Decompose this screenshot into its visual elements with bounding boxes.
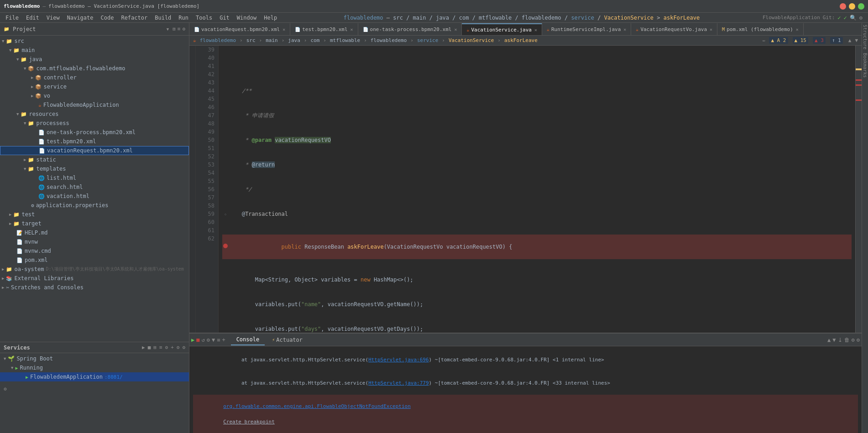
tree-item-controller[interactable]: ▶ 📦 controller bbox=[0, 73, 189, 82]
tab-close2-icon[interactable]: ✕ bbox=[350, 27, 353, 32]
right-panel-bookmarks[interactable]: Bookmarks bbox=[863, 53, 868, 78]
console-restart-icon[interactable]: ↺ bbox=[201, 337, 204, 343]
tree-item-external-libs[interactable]: ▶ 📚 External Libraries bbox=[0, 274, 189, 283]
services-stop-icon[interactable]: ■ bbox=[148, 344, 151, 350]
tree-item-vacation-bpmn[interactable]: 📄 vacationRequest.bpmn20.xml bbox=[0, 146, 189, 155]
services-spring-boot[interactable]: ▼ 🌱 Spring Boot bbox=[0, 354, 189, 363]
console-tab-actuator[interactable]: ⚡ Actuator bbox=[267, 334, 308, 345]
collapse-all-icon[interactable]: ≡ bbox=[178, 26, 181, 32]
tree-item-mvnw-cmd[interactable]: 📄 mvnw.cmd bbox=[0, 246, 189, 256]
breadcrumb-java[interactable]: java bbox=[288, 37, 300, 43]
tab-vacation-bpmn[interactable]: 📄 vacationRequest.bpmn20.xml ✕ bbox=[189, 23, 290, 35]
tree-item-service[interactable]: ▶ 📦 service bbox=[0, 82, 189, 91]
services-expand-icon[interactable]: ⊞ bbox=[153, 344, 157, 350]
tab-vacation-service[interactable]: ☕ VacationService.java ✕ bbox=[462, 23, 542, 35]
tree-item-package[interactable]: ▼ 📦 com.mtflowable.flowabledemo bbox=[0, 64, 189, 73]
menu-refactor[interactable]: Refactor bbox=[117, 14, 151, 22]
tree-item-help-md[interactable]: 📝 HELP.md bbox=[0, 228, 189, 237]
breadcrumb-com[interactable]: com bbox=[310, 37, 319, 43]
menu-edit[interactable]: Edit bbox=[22, 14, 43, 22]
maximize-button[interactable] bbox=[858, 3, 864, 10]
tab-runtime-service[interactable]: ☕ RuntimeServiceImpl.java ✕ bbox=[542, 23, 631, 35]
expand-all-icon[interactable]: ⊞ bbox=[173, 26, 176, 32]
breadcrumb-main[interactable]: main bbox=[266, 37, 278, 43]
link-httpservlet-779[interactable]: HttpServlet.java:779 bbox=[368, 380, 429, 386]
tab-close5-icon[interactable]: ✕ bbox=[623, 27, 626, 32]
console-tab-console[interactable]: Console bbox=[231, 334, 265, 345]
tab-pom[interactable]: M pom.xml (flowabledemo) ✕ bbox=[717, 23, 804, 35]
tab-close7-icon[interactable]: ✕ bbox=[796, 27, 799, 32]
console-add-icon[interactable]: + bbox=[222, 337, 225, 343]
menu-code[interactable]: Code bbox=[97, 14, 118, 22]
menu-run[interactable]: Run bbox=[175, 14, 192, 22]
menu-navigate[interactable]: Navigate bbox=[63, 14, 97, 22]
services-add-icon[interactable]: + bbox=[171, 344, 174, 350]
console-scroll-end[interactable]: ⤓ bbox=[838, 337, 842, 343]
breadcrumb-ask-for-leave[interactable]: askForLeave bbox=[504, 37, 538, 43]
tab-close-icon[interactable]: ✕ bbox=[282, 27, 285, 32]
menu-view[interactable]: View bbox=[43, 14, 63, 22]
console-filter-icon[interactable]: ▼ bbox=[212, 337, 215, 343]
breadcrumb-flowabledemo[interactable]: flowabledemo bbox=[200, 37, 236, 43]
link-httpservlet-696[interactable]: HttpServlet.java:696 bbox=[368, 357, 429, 363]
tree-item-oa-system[interactable]: ▶ 📁 oa-system D:\项目管理\亭太科技项目\亭太OA系统和人才雇佣… bbox=[0, 265, 189, 274]
nav-down-icon[interactable]: ▼ bbox=[855, 37, 858, 43]
console-settings2-icon[interactable]: ⚙ bbox=[852, 337, 855, 343]
tree-item-main[interactable]: ▼ 📁 main bbox=[0, 46, 189, 55]
services-bottom-settings[interactable]: ⚙ bbox=[4, 386, 7, 392]
services-running[interactable]: ▼ ▶ Running bbox=[0, 363, 189, 372]
console-scroll-down[interactable]: ▼ bbox=[832, 337, 836, 343]
services-run-icon[interactable]: ▶ bbox=[142, 344, 145, 350]
services-collapse-icon[interactable]: ≡ bbox=[159, 344, 162, 350]
create-breakpoint[interactable]: Create breakpoint bbox=[223, 419, 275, 425]
tree-item-search-html[interactable]: 🌐 search.html bbox=[0, 183, 189, 192]
console-scroll-up[interactable]: ▲ bbox=[827, 337, 831, 343]
nav-up-icon[interactable]: ▲ bbox=[848, 37, 852, 43]
minimize-button[interactable] bbox=[849, 3, 855, 10]
close-button[interactable] bbox=[840, 3, 846, 10]
code-content[interactable]: /** * 申请请假 * @param vacationRequestVO * … bbox=[219, 46, 855, 333]
tree-item-java[interactable]: ▼ 📁 java bbox=[0, 55, 189, 64]
tree-item-test[interactable]: ▶ 📁 test bbox=[0, 210, 189, 219]
breadcrumb-service[interactable]: service bbox=[417, 37, 438, 43]
console-clear-icon[interactable]: 🗑 bbox=[844, 337, 850, 343]
services-settings-icon[interactable]: ⚙ bbox=[177, 344, 180, 350]
tree-item-static[interactable]: ▶ 📁 static bbox=[0, 155, 189, 164]
console-settings-icon[interactable]: ⚙ bbox=[207, 337, 210, 343]
tab-close4-icon[interactable]: ✕ bbox=[534, 27, 537, 32]
tree-item-vacation-html[interactable]: 🌐 vacation.html bbox=[0, 192, 189, 201]
tree-item-application-prop[interactable]: ⚙ application.properties bbox=[0, 201, 189, 210]
tab-close3-icon[interactable]: ✕ bbox=[454, 27, 457, 32]
tree-item-test-bpmn[interactable]: 📄 test.bpmn20.xml bbox=[0, 137, 189, 146]
console-collapse-icon[interactable]: ≡ bbox=[217, 337, 220, 343]
services-flowable-app[interactable]: ▶ FlowabledemApplication :8081/ bbox=[0, 372, 189, 381]
tree-item-templates[interactable]: ▼ 📁 templates bbox=[0, 164, 189, 173]
menu-window[interactable]: Window bbox=[233, 14, 260, 22]
tree-item-pom-xml[interactable]: 📄 pom.xml bbox=[0, 256, 189, 265]
settings-icon[interactable]: ⚙ bbox=[859, 15, 863, 21]
tree-item-flowable-app[interactable]: ☕ FlowabledemoApplication bbox=[0, 100, 189, 110]
tab-vacation-vo[interactable]: ☕ VacationRequestVo.java ✕ bbox=[631, 23, 717, 35]
console-gear-icon[interactable]: ⚙ bbox=[857, 337, 860, 343]
tab-close6-icon[interactable]: ✕ bbox=[710, 27, 712, 32]
link-flowable-exception[interactable]: org.flowable.common.engine.api.FlowableO… bbox=[223, 403, 411, 409]
tree-item-processess[interactable]: ▼ 📁 processess bbox=[0, 119, 189, 128]
project-dropdown[interactable]: ▼ bbox=[167, 27, 169, 31]
menu-build[interactable]: Build bbox=[151, 14, 175, 22]
search-icon[interactable]: 🔍 bbox=[850, 15, 857, 21]
tab-one-task[interactable]: 📄 one-task-process.bpmn20.xml ✕ bbox=[358, 23, 462, 35]
console-run-icon[interactable]: ▶ bbox=[191, 337, 194, 343]
menu-help[interactable]: Help bbox=[260, 14, 281, 22]
menu-tools[interactable]: Tools bbox=[192, 14, 216, 22]
services-settings2-icon[interactable]: ⚙ bbox=[182, 344, 185, 350]
services-filter-icon[interactable]: ⚙ bbox=[165, 344, 168, 350]
right-panel-structure[interactable]: Structure bbox=[863, 25, 868, 49]
tree-item-scratches[interactable]: ▶ ✂ Scratches and Consoles bbox=[0, 283, 189, 292]
breadcrumb-vacation-service[interactable]: VacationService bbox=[449, 37, 494, 43]
tree-item-mvnw[interactable]: 📄 mvnw bbox=[0, 237, 189, 246]
menu-git[interactable]: Git bbox=[216, 14, 233, 22]
tree-item-vo[interactable]: ▶ 📦 vo bbox=[0, 91, 189, 100]
tab-test-bpmn[interactable]: 📄 test.bpmn20.xml ✕ bbox=[290, 23, 358, 35]
tree-item-resources[interactable]: ▼ 📁 resources bbox=[0, 110, 189, 119]
tree-item-src[interactable]: ▼ 📁 src bbox=[0, 37, 189, 46]
